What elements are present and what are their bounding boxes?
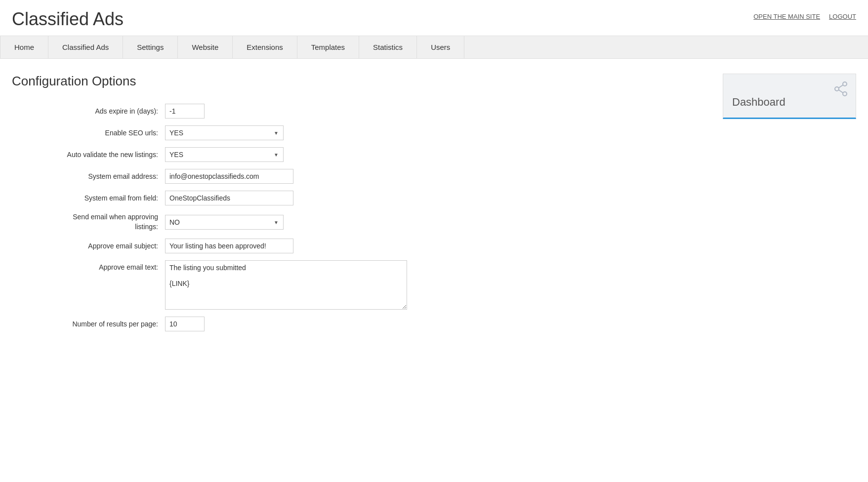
- system-email-input[interactable]: [165, 169, 293, 184]
- svg-point-0: [843, 82, 847, 86]
- ads-expire-input[interactable]: [165, 104, 205, 119]
- system-email-from-row: System email from field:: [12, 191, 708, 205]
- system-email-row: System email address:: [12, 169, 708, 184]
- approve-subject-row: Approve email subject:: [12, 239, 708, 253]
- ads-expire-row: Ads expire in (days):: [12, 104, 708, 119]
- nav-item-home[interactable]: Home: [0, 36, 48, 58]
- nav-item-users[interactable]: Users: [417, 36, 464, 58]
- navbar: Home Classified Ads Settings Website Ext…: [0, 36, 868, 59]
- system-email-from-input[interactable]: [165, 191, 293, 205]
- send-email-select[interactable]: NO YES: [165, 215, 284, 230]
- nav-item-templates[interactable]: Templates: [297, 36, 359, 58]
- enable-seo-row: Enable SEO urls: YES NO: [12, 125, 708, 140]
- results-per-page-label: Number of results per page:: [12, 320, 165, 328]
- header-links: OPEN THE MAIN SITE LOGOUT: [753, 13, 856, 20]
- svg-line-4: [839, 90, 843, 93]
- svg-point-2: [843, 92, 847, 96]
- svg-line-3: [839, 85, 843, 88]
- approve-text-row: Approve email text: The listing you subm…: [12, 260, 708, 310]
- logout-link[interactable]: LOGOUT: [829, 13, 856, 20]
- results-per-page-input[interactable]: [165, 317, 205, 331]
- open-main-site-link[interactable]: OPEN THE MAIN SITE: [753, 13, 820, 20]
- nav-item-website[interactable]: Website: [178, 36, 233, 58]
- enable-seo-select[interactable]: YES NO: [165, 125, 284, 140]
- dashboard-panel: Dashboard: [723, 74, 856, 338]
- ads-expire-label: Ads expire in (days):: [12, 107, 165, 115]
- share-icon: [833, 81, 849, 100]
- send-email-label: Send email when approvinglistings:: [12, 212, 165, 232]
- nav-item-settings[interactable]: Settings: [123, 36, 178, 58]
- config-title: Configuration Options: [12, 74, 708, 89]
- enable-seo-select-wrapper: YES NO: [165, 125, 284, 140]
- nav-item-extensions[interactable]: Extensions: [233, 36, 297, 58]
- nav-item-classified-ads[interactable]: Classified Ads: [48, 36, 123, 58]
- approve-subject-label: Approve email subject:: [12, 242, 165, 250]
- system-email-label: System email address:: [12, 172, 165, 180]
- config-panel: Configuration Options Ads expire in (day…: [12, 74, 708, 338]
- send-email-select-wrapper: NO YES: [165, 215, 284, 230]
- results-per-page-row: Number of results per page:: [12, 317, 708, 331]
- main-content: Configuration Options Ads expire in (day…: [0, 59, 868, 350]
- system-email-from-label: System email from field:: [12, 194, 165, 202]
- approve-text-textarea[interactable]: The listing you submitted {LINK}: [165, 260, 407, 310]
- send-email-row: Send email when approvinglistings: NO YE…: [12, 212, 708, 232]
- app-title: Classified Ads: [12, 9, 124, 30]
- auto-validate-label: Auto validate the new listings:: [12, 151, 165, 159]
- svg-point-1: [835, 87, 839, 91]
- nav-item-statistics[interactable]: Statistics: [359, 36, 417, 58]
- enable-seo-label: Enable SEO urls:: [12, 129, 165, 137]
- approve-text-label: Approve email text:: [12, 260, 165, 271]
- dashboard-label: Dashboard: [732, 96, 847, 109]
- auto-validate-select[interactable]: YES NO: [165, 147, 284, 162]
- approve-subject-input[interactable]: [165, 239, 293, 253]
- dashboard-card: Dashboard: [723, 74, 856, 119]
- auto-validate-select-wrapper: YES NO: [165, 147, 284, 162]
- header: Classified Ads OPEN THE MAIN SITE LOGOUT: [0, 0, 868, 36]
- auto-validate-row: Auto validate the new listings: YES NO: [12, 147, 708, 162]
